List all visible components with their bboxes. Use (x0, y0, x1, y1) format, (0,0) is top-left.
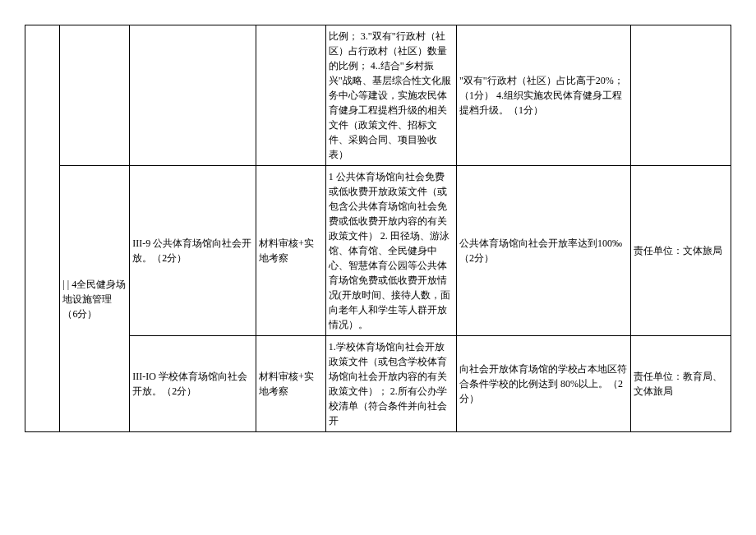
document-page: 比例； 3."双有"行政村（社区）占行政村（社区）数量的比例； 4..结合"乡村… (25, 25, 731, 432)
cell-category: | | 4全民健身场地设施管理（6分） (60, 166, 130, 432)
cell-materials: 1 公共体育场馆向社会免费或低收费开放政策文件（或包含公共体育场馆向社会免费或低… (325, 166, 456, 336)
cell-indicator (130, 25, 256, 166)
cell-materials: 1.学校体育场馆向社会开放政策文件（或包含学校体育场馆向社会开放内容的有关政策文… (325, 336, 456, 432)
cell-level1 (25, 25, 60, 432)
cell-criteria: 公共体育场馆向社会开放率达到100‰ （2分） (456, 166, 630, 336)
assessment-table: 比例； 3."双有"行政村（社区）占行政村（社区）数量的比例； 4..结合"乡村… (25, 25, 731, 432)
cell-category (60, 25, 130, 166)
cell-criteria: "双有"行政村（社区）占比高于20%；（1分） 4.组织实施农民体育健身工程提档… (456, 25, 630, 166)
cell-method: 材料审核+实地考察 (256, 166, 326, 336)
cell-method: 材料审核+实地考察 (256, 336, 326, 432)
cell-method (256, 25, 326, 166)
cell-indicator: III-IO 学校体育场馆向社会开放。（2分） (130, 336, 256, 432)
cell-indicator: III-9 公共体育场馆向社会开放。（2分） (130, 166, 256, 336)
cell-materials: 比例； 3."双有"行政村（社区）占行政村（社区）数量的比例； 4..结合"乡村… (325, 25, 456, 166)
cell-responsible: 责任单位：教育局、文体旅局 (630, 336, 731, 432)
cell-responsible: 责任单位：文体旅局 (630, 166, 731, 336)
cell-criteria: 向社会开放体育场馆的学校占本地区符合条件学校的比例达到 80%以上。（2分） (456, 336, 630, 432)
table-row: | | 4全民健身场地设施管理（6分） III-9 公共体育场馆向社会开放。（2… (25, 166, 731, 336)
table-row: 比例； 3."双有"行政村（社区）占行政村（社区）数量的比例； 4..结合"乡村… (25, 25, 731, 166)
cell-responsible (630, 25, 731, 166)
table-row: III-IO 学校体育场馆向社会开放。（2分） 材料审核+实地考察 1.学校体育… (25, 336, 731, 432)
